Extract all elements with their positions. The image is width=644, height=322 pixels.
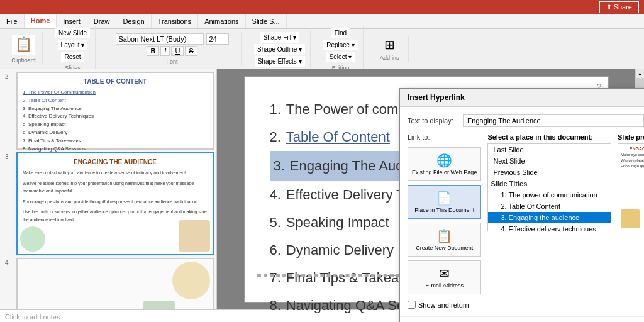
underline-button[interactable]: U xyxy=(171,46,184,56)
place-item-4[interactable]: 4. Effective delivery techniques xyxy=(488,223,611,231)
preview-panel: Slide preview: ENGAGING THE AUDIENCE Mak… xyxy=(618,133,644,294)
place-last-slide[interactable]: Last Slide xyxy=(488,144,611,155)
email-label: E-mail Address xyxy=(425,282,464,289)
preview-box: ENGAGING THE AUDIENCE Make eye contact w… xyxy=(618,143,644,231)
place-item-2[interactable]: 2. Table Of Content xyxy=(488,201,611,212)
slide-4-thumb[interactable] xyxy=(16,258,214,309)
slide-3-item-1: Make eye contact with your audience to c… xyxy=(23,169,208,177)
place-list[interactable]: Last Slide Next Slide Previous Slide Sli… xyxy=(487,143,611,231)
place-list-panel: Select a place in this document: Last Sl… xyxy=(487,133,611,294)
create-new-label: Create New Document xyxy=(416,245,473,251)
slide-2-item-3: 3. Engaging The Audience xyxy=(23,105,208,113)
main-area: 2 TABLE OF CONTENT 1. The Power Of Commu… xyxy=(0,69,644,309)
slide-3-content: ENGAGING THE AUDIENCE Make eye contact w… xyxy=(18,153,213,254)
dialog-title-bar: Insert Hyperlink ✕ xyxy=(400,89,644,107)
select-button[interactable]: Select ▾ xyxy=(326,52,355,62)
slide-3-item-3: Encourage questions and provide thoughtf… xyxy=(23,198,208,206)
ribbon-content: 📋 Clipboard New Slide Layout ▾ Reset Sli… xyxy=(0,29,644,69)
slide-thumbnail-2[interactable]: 2 TABLE OF CONTENT 1. The Power Of Commu… xyxy=(16,72,214,150)
place-list-title: Select a place in this document: xyxy=(487,133,611,141)
tab-animations[interactable]: Animations xyxy=(198,14,245,28)
slide-4-content xyxy=(18,259,213,309)
slide-thumbnail-4[interactable]: 4 xyxy=(16,258,214,309)
dialog-overlay: Insert Hyperlink ✕ Text to display: Scre… xyxy=(217,69,635,309)
place-in-doc-label: Place in This Document xyxy=(414,207,474,213)
create-new-icon: 📋 xyxy=(436,228,452,243)
dialog-top-row: Text to display: ScreenTip... xyxy=(408,114,644,127)
font-size-input[interactable] xyxy=(206,33,229,45)
slide-3-decoration2 xyxy=(20,226,45,252)
shape-outline-button[interactable]: Shape Outline ▾ xyxy=(254,44,305,55)
shape-effects-button[interactable]: Shape Effects ▾ xyxy=(255,56,305,67)
link-type-create[interactable]: 📋 Create New Document xyxy=(408,223,481,257)
slide-2-item-5: 5. Speaking Impact xyxy=(23,121,208,129)
preview-title-label: Slide preview: xyxy=(618,133,644,141)
existing-file-label: Existing File or Web Page xyxy=(412,169,477,175)
shape-fill-button[interactable]: Shape Fill ▾ xyxy=(260,32,299,43)
reset-button[interactable]: Reset xyxy=(61,52,84,62)
preview-item-3: Encourage questions... xyxy=(621,164,644,169)
preview-content: ENGAGING THE AUDIENCE Make eye contact w… xyxy=(618,144,644,172)
preview-deco-1 xyxy=(621,209,640,228)
slide-thumbnail-3[interactable]: 3 ENGAGING THE AUDIENCE Make eye contact… xyxy=(16,152,214,255)
email-icon: ✉ xyxy=(439,266,450,281)
editing-group: Find Replace ▾ Select ▾ Editing xyxy=(318,26,363,72)
link-types-panel: Link to: 🌐 Existing File or Web Page 📄 P… xyxy=(408,133,481,294)
text-display-input[interactable] xyxy=(463,114,644,127)
slide-2-thumb[interactable]: TABLE OF CONTENT 1. The Power Of Communi… xyxy=(16,72,214,150)
tab-file[interactable]: File xyxy=(0,14,25,28)
scroll-up-button[interactable]: ▲ xyxy=(636,69,644,78)
place-item-3-selected[interactable]: 3. Engaging the audience xyxy=(488,212,611,223)
slide-3-list: Make eye contact with your audience to c… xyxy=(23,169,208,225)
dialog-body: Text to display: ScreenTip... Link to: 🌐… xyxy=(400,107,644,316)
place-previous-slide[interactable]: Previous Slide xyxy=(488,167,611,178)
insert-hyperlink-dialog: Insert Hyperlink ✕ Text to display: Scre… xyxy=(399,88,644,322)
show-return-row: Show and return xyxy=(408,301,644,309)
link-type-existing[interactable]: 🌐 Existing File or Web Page xyxy=(408,147,481,181)
place-next-slide[interactable]: Next Slide xyxy=(488,155,611,167)
bold-button[interactable]: B xyxy=(147,46,159,56)
tab-transitions[interactable]: Transitions xyxy=(152,14,198,28)
slide-2-item-2: 2. Table Of Content xyxy=(23,97,66,103)
share-button[interactable]: ⬆ Share xyxy=(599,1,639,13)
dialog-main-area: Link to: 🌐 Existing File or Web Page 📄 P… xyxy=(408,133,644,294)
find-button[interactable]: Find xyxy=(331,28,350,38)
slide-2-title: TABLE OF CONTENT xyxy=(23,78,208,85)
place-in-doc-icon: 📄 xyxy=(436,191,452,206)
slide-3-decoration xyxy=(179,220,210,252)
tab-slide-show[interactable]: Slide S... xyxy=(246,14,287,28)
layout-button[interactable]: Layout ▾ xyxy=(58,40,88,50)
slide-4-number: 4 xyxy=(5,259,9,266)
slide-2-item-4: 4. Effective Delivery Techniques xyxy=(23,113,208,121)
addins-label: Add-ins xyxy=(380,55,399,61)
strikethrough-button[interactable]: S xyxy=(185,46,197,56)
slide-4-decoration2 xyxy=(143,301,175,309)
shape-group: Shape Fill ▾ Shape Outline ▾ Shape Effec… xyxy=(249,31,311,68)
link-type-email[interactable]: ✉ E-mail Address xyxy=(408,260,481,294)
new-slide-button[interactable]: New Slide xyxy=(55,28,90,38)
format-buttons: B I U S xyxy=(147,46,197,56)
slide-2-item-7: 7. Final Tips & Takeaways xyxy=(23,137,208,145)
slide-3-thumb[interactable]: ENGAGING THE AUDIENCE Make eye contact w… xyxy=(16,152,214,255)
title-bar: ⬆ Share xyxy=(0,0,644,14)
font-selector xyxy=(116,33,229,45)
slide-3-number: 3 xyxy=(5,153,9,160)
italic-button[interactable]: I xyxy=(160,46,170,56)
tab-design[interactable]: Design xyxy=(116,14,151,28)
font-group: B I U S Font xyxy=(103,32,242,66)
slide-3-item-2: Weave relatable stories into your presen… xyxy=(23,180,208,196)
replace-button[interactable]: Replace ▾ xyxy=(323,40,357,50)
slide-4-decoration xyxy=(172,262,210,299)
font-name-input[interactable] xyxy=(116,33,204,45)
slide-2-item-1: 1. The Power Of Communication xyxy=(23,89,96,95)
slide-2-content: TABLE OF CONTENT 1. The Power Of Communi… xyxy=(18,73,213,148)
font-label: Font xyxy=(167,58,178,65)
slide-2-item-6: 6. Dynamic Delivery xyxy=(23,129,208,137)
place-item-1[interactable]: 1. The power of communication xyxy=(488,189,611,201)
show-return-checkbox[interactable] xyxy=(408,301,416,309)
link-type-place[interactable]: 📄 Place in This Document xyxy=(408,185,481,219)
existing-file-icon: 🌐 xyxy=(436,153,452,168)
place-section-titles[interactable]: Slide Titles xyxy=(488,178,611,189)
paste-button[interactable]: 📋 xyxy=(12,35,35,55)
slide-2-number: 2 xyxy=(5,73,9,80)
